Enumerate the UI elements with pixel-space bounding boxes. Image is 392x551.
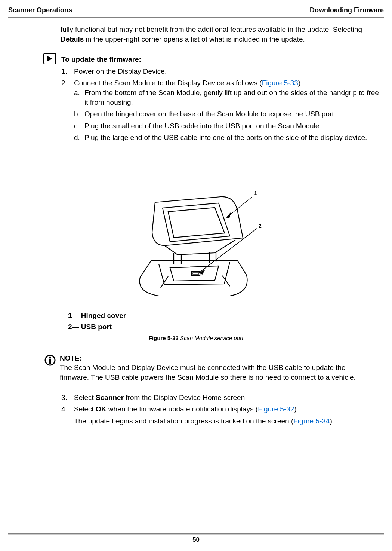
play-icon [43,53,56,64]
svg-point-8 [49,356,51,358]
figure-5-33: 1 2 [8,180,384,307]
header-right: Downloading Firmware [310,6,384,15]
figure-legend: 1— Hinged cover 2— USB port [68,311,384,331]
step-3-marker: 3. [61,393,67,402]
legend-1: 1— Hinged cover [68,311,384,321]
continued-steps: 3. Select Scanner from the Display Devic… [61,393,384,426]
info-icon [44,354,56,366]
intro-text-pre: fully functional but may not benefit fro… [61,25,362,33]
step-1: Power on the Display Device. [61,67,384,76]
step-4: 4. Select OK when the firmware update no… [61,404,384,426]
svg-line-5 [199,229,257,273]
procedure-header-row: To update the firmware: [43,53,384,64]
figure-link-5-33[interactable]: Figure 5-33 [262,79,298,87]
svg-line-3 [227,197,252,217]
intro-bold: Details [61,35,84,43]
note-text-container: NOTE: The Scan Module and Display Device… [60,353,359,382]
step-4-after: The update begins and installation progr… [74,416,384,426]
sub-list: From the bottom of the Scan Module, gent… [74,88,384,143]
numbered-list: Power on the Display Device. Connect the… [61,67,384,143]
step-4-pre: Select [74,405,96,413]
intro-text-post: in the upper-right corner opens a list o… [84,35,305,43]
callout-1: 1 [254,190,257,196]
figure-caption-italic: Scan Module service port [180,335,243,341]
svg-marker-4 [227,213,231,218]
step-3-pre: Select [74,394,96,401]
step-3-post: from the Display Device Home screen. [124,394,247,401]
step-1-text: Power on the Display Device. [74,67,167,75]
figure-caption: Figure 5-33 Scan Module service port [8,334,384,342]
page-number: 50 [0,536,392,544]
legend-2: 2— USB port [68,322,384,332]
procedure-title: To update the firmware: [61,55,141,64]
substep-a: From the bottom of the Scan Module, gent… [74,88,384,107]
step-2-pre: Connect the Scan Module to the Display D… [74,79,262,87]
after-post: ). [330,417,334,425]
figure-link-5-32[interactable]: Figure 5-32 [258,405,294,413]
step-4-bold: OK [96,405,107,413]
svg-marker-0 [47,56,53,61]
intro-paragraph: fully functional but may not benefit fro… [61,25,384,44]
header-left: Scanner Operations [8,6,72,15]
note-block: NOTE: The Scan Module and Display Device… [44,351,359,385]
substep-c: Plug the small end of the USB cable into… [74,121,384,131]
substep-b: Open the hinged cover on the base of the… [74,109,384,119]
step-3-bold: Scanner [96,394,124,401]
svg-rect-9 [49,359,51,364]
step-3: 3. Select Scanner from the Display Devic… [61,393,384,402]
step-4-mid: when the firmware update notification di… [107,405,258,413]
after-pre: The update begins and installation progr… [74,417,293,425]
footer-rule [8,533,384,535]
callout-2: 2 [259,223,262,229]
scan-module-illustration: 1 2 [118,180,275,307]
figure-link-5-34[interactable]: Figure 5-34 [293,417,330,425]
note-label: NOTE: [60,353,359,363]
step-2: Connect the Scan Module to the Display D… [61,78,384,143]
step-4-marker: 4. [61,404,67,414]
page-content: fully functional but may not benefit fro… [0,18,392,426]
substep-d: Plug the large end of the USB cable into… [74,133,384,143]
figure-caption-bold: Figure 5-33 [149,335,180,341]
svg-rect-2 [193,273,199,274]
page-header: Scanner Operations Downloading Firmware [0,0,392,17]
note-body: The Scan Module and Display Device must … [60,363,359,382]
step-4-post: ). [294,405,299,413]
step-2-post: ): [298,79,303,87]
